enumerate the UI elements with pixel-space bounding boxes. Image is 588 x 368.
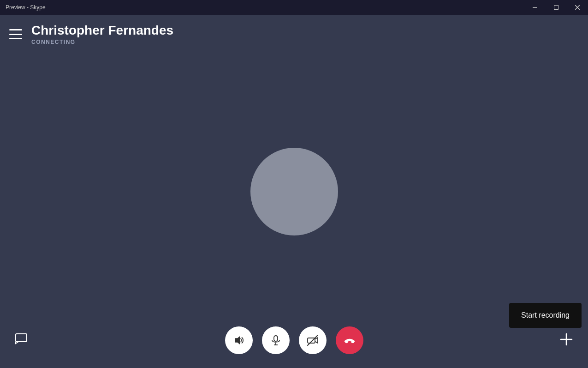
camera-button[interactable] — [299, 326, 327, 354]
start-recording-label: Start recording — [521, 311, 570, 319]
start-recording-tooltip[interactable]: Start recording — [509, 303, 582, 328]
svg-marker-5 — [235, 337, 240, 344]
call-controls — [225, 326, 363, 354]
svg-line-10 — [308, 335, 318, 345]
call-screen: Christopher Fernandes CONNECTING Start r… — [0, 15, 588, 368]
avatar-area — [250, 148, 338, 235]
contact-avatar — [250, 148, 338, 235]
window-controls — [524, 0, 588, 15]
window-title: Preview - Skype — [6, 4, 46, 11]
call-status: CONNECTING — [31, 39, 173, 45]
end-call-button[interactable] — [336, 326, 363, 354]
menu-icon[interactable] — [9, 29, 22, 39]
caller-name: Christopher Fernandes — [31, 23, 173, 38]
title-bar: Preview - Skype — [0, 0, 588, 15]
svg-rect-4 — [16, 334, 27, 342]
caller-info: Christopher Fernandes CONNECTING — [31, 23, 173, 45]
speaker-button[interactable] — [225, 326, 253, 354]
call-header: Christopher Fernandes CONNECTING — [0, 15, 183, 50]
svg-rect-0 — [533, 7, 537, 8]
maximize-button[interactable] — [546, 0, 567, 15]
minimize-button[interactable] — [524, 0, 546, 15]
add-participant-button[interactable] — [558, 332, 574, 347]
svg-rect-6 — [274, 336, 278, 341]
chat-button[interactable] — [14, 331, 30, 347]
close-button[interactable] — [567, 0, 588, 15]
microphone-button[interactable] — [262, 326, 290, 354]
svg-rect-1 — [554, 6, 558, 10]
